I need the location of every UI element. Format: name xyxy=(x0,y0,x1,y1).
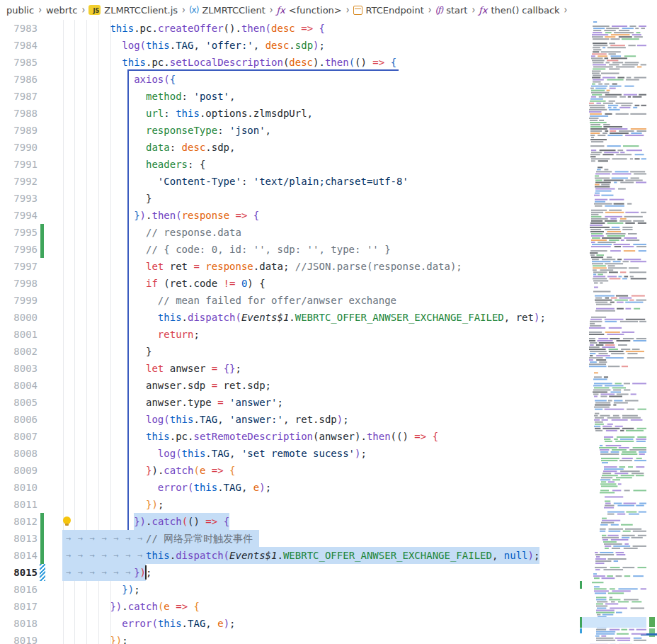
code-editor[interactable]: →→→→→→→→→→→→→→→→→→→→ 7983 this.pc.create… xyxy=(0,20,657,644)
breadcrumb-item-rtcendpoint[interactable]: RTCEndpoint xyxy=(353,5,425,16)
line-number[interactable]: 7988 xyxy=(0,105,38,122)
code-line[interactable]: 7985 this.pc.setLocalDescription(desc).t… xyxy=(0,54,581,71)
code-line[interactable]: 7998 if (ret.code != 0) { xyxy=(0,275,581,292)
breadcrumb-item-webrtc[interactable]: webrtc xyxy=(45,5,78,16)
code-line[interactable]: 7986 axios({ xyxy=(0,71,581,88)
code-line[interactable]: 7999 // mean failed for offer/anwser exc… xyxy=(0,292,581,309)
line-number[interactable]: 7993 xyxy=(0,190,38,207)
line-number[interactable]: 8013 xyxy=(0,530,38,547)
line-number[interactable]: 7999 xyxy=(0,292,38,309)
gutter-added-indicator[interactable] xyxy=(40,513,44,564)
code-line[interactable]: 7984 log(this.TAG, 'offer:', desc.sdp); xyxy=(0,37,581,54)
code-line[interactable]: 7991 headers: { xyxy=(0,156,581,173)
code-line[interactable]: 8009 }).catch(e => { xyxy=(0,462,581,479)
code-line[interactable]: 8005 anwser.type = 'answer'; xyxy=(0,394,581,411)
code-line[interactable]: 8010 error(this.TAG, e); xyxy=(0,479,581,496)
code-line[interactable]: 8002 } xyxy=(0,343,581,360)
code-line[interactable]: 8018 error(this.TAG, e); xyxy=(0,615,581,632)
code-line[interactable]: 7995 // response.data xyxy=(0,224,581,241)
overview-ruler[interactable] xyxy=(646,20,657,644)
code-line[interactable]: 8017 }).catch(e => { xyxy=(0,598,581,615)
code-text: url: this.options.zlmsdpUrl, xyxy=(62,105,313,122)
code-line[interactable]: 8007 this.pc.setRemoteDescription(anwser… xyxy=(0,428,581,445)
line-number[interactable]: 8018 xyxy=(0,615,38,632)
line-number[interactable]: 7984 xyxy=(0,37,38,54)
breadcrumb-item-public[interactable]: public xyxy=(6,5,35,16)
line-number[interactable]: 8005 xyxy=(0,394,38,411)
code-text: log(this.TAG, 'offer:', desc.sdp); xyxy=(62,37,325,54)
line-number[interactable]: 8002 xyxy=(0,343,38,360)
whitespace-tab-arrow: → xyxy=(110,564,122,581)
gutter-added-indicator[interactable] xyxy=(40,224,44,258)
code-line[interactable]: 7989 responseType: 'json', xyxy=(0,122,581,139)
line-number[interactable]: 7983 xyxy=(0,20,38,37)
breadcrumb-item-zlmrtcclient-js[interactable]: JSZLMRTCClient.js xyxy=(88,5,178,16)
whitespace-tab-arrow: → xyxy=(110,547,122,564)
line-number[interactable]: 8010 xyxy=(0,479,38,496)
code-line[interactable]: 7993 } xyxy=(0,190,581,207)
code-text: data: desc.sdp, xyxy=(62,139,235,156)
code-line[interactable]: 7983 this.pc.createOffer().then(desc => … xyxy=(0,20,581,37)
minimap-selection-highlight xyxy=(581,617,646,628)
line-number[interactable]: 7987 xyxy=(0,88,38,105)
code-line[interactable]: 8016 }); xyxy=(0,581,581,598)
whitespace-tab-arrow: → xyxy=(134,530,146,547)
line-number[interactable]: 8016 xyxy=(0,581,38,598)
line-number[interactable]: 7994 xyxy=(0,207,38,224)
whitespace-tab-arrow: → xyxy=(122,530,134,547)
line-number[interactable]: 7997 xyxy=(0,258,38,275)
code-line[interactable]: 8011 }); xyxy=(0,496,581,513)
line-number[interactable]: 7996 xyxy=(0,241,38,258)
line-number[interactable]: 7995 xyxy=(0,224,38,241)
code-line[interactable]: 8001 return; xyxy=(0,326,581,343)
breadcrumb-item-zlmrtcclient[interactable]: (x)ZLMRTCClient xyxy=(189,5,266,16)
code-text: } xyxy=(62,190,152,207)
code-line[interactable]: 7992 'Content-Type': 'text/plain;charset… xyxy=(0,173,581,190)
line-number[interactable]: 8000 xyxy=(0,309,38,326)
code-line[interactable]: 8003 let anwser = {}; xyxy=(0,360,581,377)
code-line[interactable]: 7987 method: 'post', xyxy=(0,88,581,105)
code-line[interactable]: 8012 }).catch(() => { xyxy=(0,513,581,530)
code-line[interactable]: 7997 let ret = response.data; //JSON.par… xyxy=(0,258,581,275)
code-line[interactable]: 8000 this.dispatch(Events$1.WEBRTC_OFFER… xyxy=(0,309,581,326)
code-line[interactable]: 8019 }); xyxy=(0,632,581,644)
line-number[interactable]: 7989 xyxy=(0,122,38,139)
code-line[interactable]: 7994 }).then(response => { xyxy=(0,207,581,224)
code-line[interactable]: 7988 url: this.options.zlmsdpUrl, xyxy=(0,105,581,122)
code-line[interactable]: 7996 // { code: 0, id: '', sdp: '', type… xyxy=(0,241,581,258)
breadcrumb-item-start[interactable]: (ƒ)start xyxy=(435,5,469,16)
line-number[interactable]: 8003 xyxy=(0,360,38,377)
line-number[interactable]: 7990 xyxy=(0,139,38,156)
line-number[interactable]: 8019 xyxy=(0,632,38,644)
gutter-modified-indicator[interactable] xyxy=(40,564,45,581)
line-number[interactable]: 8001 xyxy=(0,326,38,343)
line-number[interactable]: 8015 xyxy=(0,564,38,581)
line-number[interactable]: 8017 xyxy=(0,598,38,615)
code-text: return; xyxy=(62,326,200,343)
code-line[interactable]: 7990 data: desc.sdp, xyxy=(0,139,581,156)
line-number[interactable]: 8007 xyxy=(0,428,38,445)
line-number[interactable]: 8004 xyxy=(0,377,38,394)
line-number[interactable]: 8008 xyxy=(0,445,38,462)
code-text: // response.data xyxy=(62,224,241,241)
line-number[interactable]: 8011 xyxy=(0,496,38,513)
code-text: axios({ xyxy=(62,71,176,88)
line-number[interactable]: 7991 xyxy=(0,156,38,173)
chevron-right-icon: › xyxy=(81,4,85,16)
code-line[interactable]: 8004 anwser.sdp = ret.sdp; xyxy=(0,377,581,394)
code-line[interactable]: 8008 log(this.TAG, 'set remote sucess'); xyxy=(0,445,581,462)
line-number[interactable]: 8009 xyxy=(0,462,38,479)
line-number[interactable]: 7986 xyxy=(0,71,38,88)
breadcrumb-item--function-[interactable]: ƒx<function> xyxy=(277,5,343,16)
code-line[interactable]: 8006 log(this.TAG, 'answer:', ret.sdp); xyxy=(0,411,581,428)
line-number[interactable]: 8014 xyxy=(0,547,38,564)
breadcrumb-item-then-callback[interactable]: ƒxthen() callback xyxy=(479,5,560,16)
line-number[interactable]: 8006 xyxy=(0,411,38,428)
line-number[interactable]: 8012 xyxy=(0,513,38,530)
lightbulb-icon[interactable] xyxy=(63,516,71,524)
line-number[interactable]: 7992 xyxy=(0,173,38,190)
minimap[interactable] xyxy=(581,20,646,644)
code-text: // { code: 0, id: '', sdp: '', type: '' … xyxy=(62,241,391,258)
line-number[interactable]: 7985 xyxy=(0,54,38,71)
line-number[interactable]: 7998 xyxy=(0,275,38,292)
